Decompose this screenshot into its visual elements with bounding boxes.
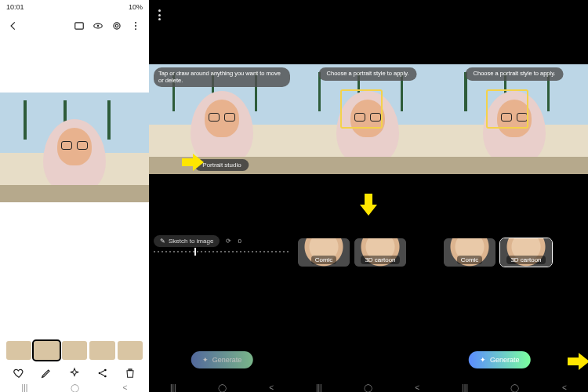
status-time: 10:01 bbox=[6, 3, 24, 11]
sketch-to-image-button[interactable]: ✎ Sketch to image bbox=[154, 235, 220, 247]
thumb[interactable] bbox=[118, 341, 143, 360]
svg-point-2 bbox=[97, 25, 99, 27]
nav-recents-icon[interactable]: ||| bbox=[170, 383, 176, 392]
style-chips-row[interactable]: Comic 3D cartoon bbox=[441, 235, 588, 270]
generate-button[interactable]: ✦ Generate bbox=[191, 351, 253, 368]
nav-home-icon[interactable]: ◯ bbox=[218, 383, 227, 392]
sketch-label: Sketch to image bbox=[169, 238, 213, 245]
heart-icon[interactable] bbox=[13, 367, 25, 379]
lens-icon[interactable] bbox=[111, 20, 122, 31]
cast-icon[interactable] bbox=[74, 20, 85, 31]
generate-panel: Choose a portrait style to apply. Comic … bbox=[441, 0, 588, 392]
navbar: ||| ◯ < bbox=[295, 383, 441, 392]
generate-label: Generate bbox=[490, 356, 520, 364]
face-detection-box[interactable] bbox=[486, 89, 528, 129]
nav-back-icon[interactable]: < bbox=[415, 383, 419, 392]
thumb[interactable] bbox=[6, 341, 31, 360]
tutorial-arrow-icon bbox=[360, 194, 377, 216]
nav-back-icon[interactable]: < bbox=[123, 383, 128, 392]
gallery-view-panel: 10:01 10% bbox=[0, 0, 149, 392]
style-chip-comic[interactable]: Comic bbox=[444, 238, 495, 267]
sparkle-icon[interactable] bbox=[68, 367, 81, 379]
style-chip-comic[interactable]: Comic bbox=[298, 238, 350, 267]
filmstrip[interactable] bbox=[0, 339, 149, 362]
nav-home-icon[interactable]: ◯ bbox=[510, 383, 519, 392]
svg-point-9 bbox=[104, 369, 107, 372]
hint-tooltip: Choose a portrait style to apply. bbox=[319, 67, 417, 81]
statusbar: 10:01 10% bbox=[0, 0, 149, 14]
nav-back-icon[interactable]: < bbox=[562, 383, 567, 392]
wand-icon: ✎ bbox=[160, 238, 165, 245]
hint-tooltip: Choose a portrait style to apply. bbox=[466, 67, 564, 81]
svg-point-4 bbox=[115, 24, 118, 27]
svg-point-3 bbox=[114, 23, 120, 29]
svg-point-6 bbox=[135, 25, 136, 27]
thumb[interactable] bbox=[62, 341, 87, 360]
svg-point-8 bbox=[98, 372, 100, 375]
svg-point-5 bbox=[135, 22, 136, 24]
hint-tooltip: Tap or draw around anything you want to … bbox=[154, 67, 290, 87]
svg-rect-0 bbox=[75, 23, 84, 29]
thumb-selected[interactable] bbox=[34, 341, 59, 360]
style-chip-3d-cartoon[interactable]: 3D cartoon bbox=[354, 238, 406, 267]
kebab-icon[interactable] bbox=[130, 20, 141, 31]
nav-back-icon[interactable]: < bbox=[269, 383, 274, 392]
navbar: ||| ◯ < bbox=[149, 383, 295, 392]
chip-label: 3D cartoon bbox=[506, 256, 545, 264]
style-chips-row[interactable]: Comic 3D cartoon bbox=[295, 235, 441, 270]
thumb[interactable] bbox=[89, 341, 114, 360]
slider-icon: ⟳ bbox=[226, 238, 231, 245]
nav-home-icon[interactable]: ◯ bbox=[364, 383, 372, 392]
face-detection-box[interactable] bbox=[340, 89, 383, 129]
eye-icon[interactable] bbox=[93, 20, 103, 31]
style-select-panel: Choose a portrait style to apply. Comic … bbox=[295, 0, 441, 392]
nav-recents-icon[interactable]: ||| bbox=[462, 383, 468, 392]
edit-entry-panel: Portrait studio Tap or draw around anyth… bbox=[149, 0, 295, 392]
pencil-icon[interactable] bbox=[40, 367, 53, 379]
bottombar bbox=[0, 364, 149, 383]
back-icon[interactable] bbox=[8, 20, 19, 31]
kebab-icon[interactable] bbox=[158, 9, 161, 20]
svg-point-7 bbox=[135, 28, 136, 30]
nav-recents-icon[interactable]: ||| bbox=[22, 383, 28, 392]
chip-label: 3D cartoon bbox=[361, 256, 399, 264]
nav-home-icon[interactable]: ◯ bbox=[71, 383, 79, 392]
photo-canvas[interactable] bbox=[295, 64, 441, 174]
nav-recents-icon[interactable]: ||| bbox=[316, 383, 322, 392]
photo-preview[interactable] bbox=[0, 93, 149, 202]
tutorial-arrow-icon bbox=[568, 353, 588, 370]
style-chip-3d-cartoon[interactable]: 3D cartoon bbox=[500, 238, 552, 267]
chip-label: Comic bbox=[457, 256, 483, 264]
tool-row: ✎ Sketch to image ⟳ 0 bbox=[154, 235, 290, 247]
share-icon[interactable] bbox=[96, 367, 109, 379]
trash-icon[interactable] bbox=[124, 367, 136, 379]
svg-point-10 bbox=[104, 376, 107, 378]
slider-value: 0 bbox=[238, 238, 241, 245]
chip-label: Comic bbox=[311, 256, 337, 264]
generate-button[interactable]: ✦ Generate bbox=[469, 351, 531, 368]
generate-label: Generate bbox=[212, 356, 242, 364]
status-battery: 10% bbox=[129, 3, 143, 11]
photo-canvas[interactable] bbox=[441, 64, 588, 174]
sparkle-icon: ✦ bbox=[202, 356, 209, 364]
tutorial-arrow-icon bbox=[182, 154, 204, 171]
navbar: ||| ◯ < bbox=[0, 383, 149, 392]
navbar: ||| ◯ < bbox=[441, 383, 588, 392]
sparkle-icon: ✦ bbox=[480, 356, 486, 364]
topbar bbox=[0, 14, 149, 38]
straighten-slider[interactable] bbox=[154, 251, 290, 252]
